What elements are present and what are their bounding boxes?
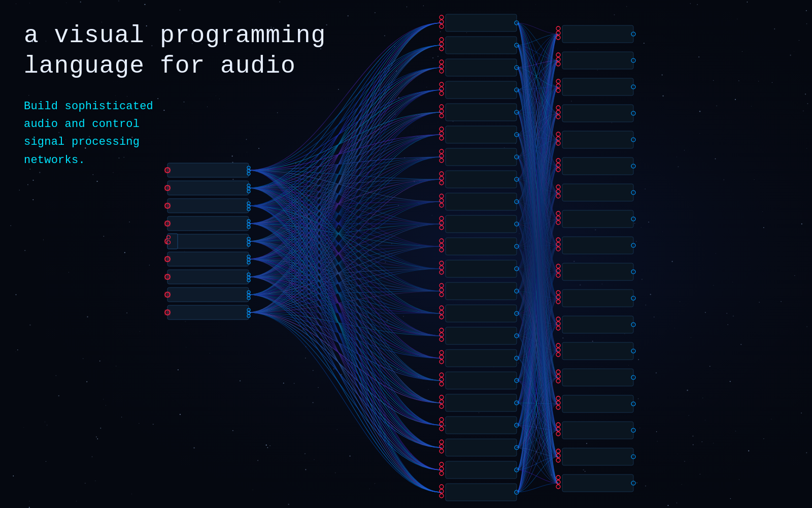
- svg-rect-144: [446, 439, 517, 456]
- svg-rect-36: [167, 288, 249, 302]
- svg-rect-21: [167, 234, 249, 248]
- svg-rect-124: [446, 350, 517, 367]
- svg-rect-6: [167, 181, 249, 195]
- subtitle-line1: Build sophisticated: [24, 100, 153, 113]
- subtitle: Build sophisticated audio and control si…: [24, 98, 326, 169]
- svg-rect-204: [562, 263, 633, 280]
- svg-rect-129: [446, 372, 517, 389]
- svg-rect-139: [446, 417, 517, 434]
- svg-rect-219: [562, 342, 633, 360]
- svg-rect-84: [446, 171, 517, 188]
- svg-rect-104: [446, 260, 517, 277]
- headline-line2: language for audio: [24, 52, 296, 80]
- svg-rect-244: [562, 474, 633, 492]
- svg-rect-11: [167, 199, 249, 213]
- svg-rect-234: [562, 422, 633, 439]
- svg-rect-64: [446, 81, 517, 99]
- svg-rect-41: [167, 305, 249, 320]
- svg-rect-179: [562, 131, 633, 148]
- svg-rect-154: [446, 484, 517, 501]
- svg-rect-16: [167, 216, 249, 231]
- svg-rect-49: [446, 14, 517, 31]
- svg-rect-246: [167, 234, 178, 249]
- svg-rect-79: [446, 148, 517, 166]
- svg-rect-119: [446, 327, 517, 344]
- svg-rect-189: [562, 184, 633, 201]
- svg-rect-109: [446, 282, 517, 300]
- subtitle-line2: audio and control: [24, 118, 140, 131]
- svg-rect-114: [446, 305, 517, 322]
- text-overlay: a visual programming language for audio …: [24, 20, 326, 169]
- svg-rect-239: [562, 448, 633, 465]
- svg-rect-199: [562, 237, 633, 254]
- svg-rect-214: [562, 316, 633, 333]
- svg-rect-54: [446, 37, 517, 54]
- svg-rect-26: [167, 252, 249, 266]
- svg-rect-59: [446, 59, 517, 76]
- svg-rect-134: [446, 394, 517, 411]
- svg-rect-94: [446, 215, 517, 233]
- svg-rect-209: [562, 290, 633, 307]
- svg-rect-174: [562, 105, 633, 122]
- subtitle-line3: signal processing: [24, 136, 140, 148]
- svg-rect-159: [562, 25, 633, 43]
- svg-rect-89: [446, 193, 517, 210]
- svg-rect-229: [562, 395, 633, 412]
- svg-rect-164: [562, 52, 633, 69]
- svg-rect-194: [562, 210, 633, 228]
- svg-rect-99: [446, 238, 517, 255]
- headline: a visual programming language for audio: [24, 20, 326, 81]
- svg-rect-149: [446, 461, 517, 479]
- svg-rect-74: [446, 126, 517, 143]
- svg-rect-184: [562, 157, 633, 175]
- svg-rect-31: [167, 270, 249, 284]
- subtitle-line4: networks.: [24, 154, 85, 167]
- headline-line1: a visual programming: [24, 22, 326, 49]
- svg-rect-169: [562, 78, 633, 96]
- svg-rect-224: [562, 369, 633, 386]
- svg-rect-69: [446, 104, 517, 121]
